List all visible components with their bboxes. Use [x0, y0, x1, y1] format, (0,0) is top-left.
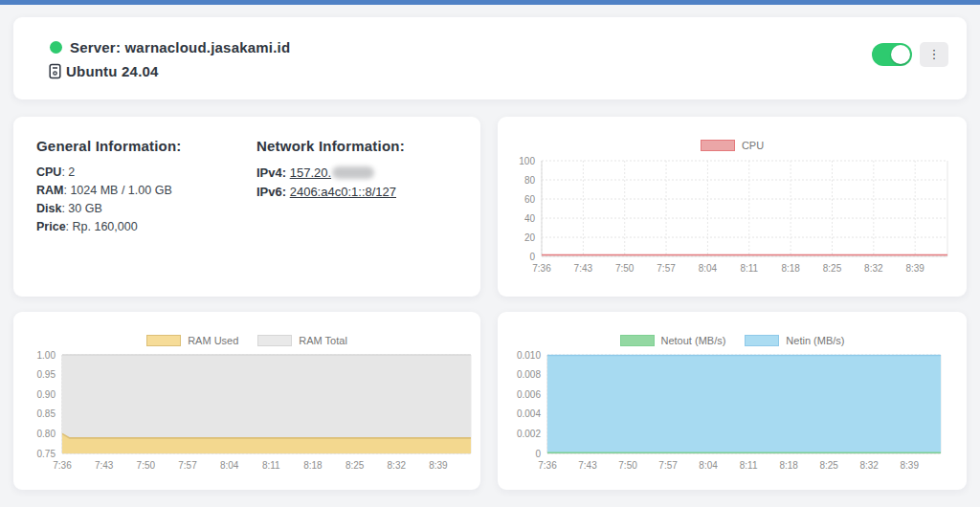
legend-label: RAM Used	[188, 335, 238, 346]
svg-text:8:04: 8:04	[699, 263, 718, 274]
svg-text:0.80: 0.80	[37, 429, 56, 439]
legend-swatch	[257, 335, 292, 346]
spec-ram: RAM: 1024 MB / 1.00 GB	[36, 182, 256, 200]
svg-text:7:57: 7:57	[658, 460, 678, 471]
svg-text:8:25: 8:25	[345, 460, 365, 471]
svg-text:8:04: 8:04	[220, 460, 239, 471]
server-info-card: General Information: CPU: 2 RAM: 1024 MB…	[13, 117, 480, 297]
legend-label: CPU	[742, 140, 764, 151]
legend-swatch	[745, 335, 779, 346]
svg-text:7:36: 7:36	[538, 460, 557, 471]
svg-text:7:50: 7:50	[615, 263, 635, 274]
svg-text:0.010: 0.010	[517, 350, 541, 361]
legend-label: Netout (MB/s)	[661, 335, 726, 346]
svg-text:7:43: 7:43	[578, 460, 597, 471]
legend-item[interactable]: Netin (MB/s)	[745, 335, 844, 346]
svg-text:1.00: 1.00	[37, 350, 56, 361]
toggle-knob	[891, 45, 910, 64]
svg-text:8:18: 8:18	[781, 263, 800, 274]
svg-text:0.006: 0.006	[517, 389, 541, 400]
legend-item[interactable]: Netout (MB/s)	[620, 335, 726, 346]
legend-swatch	[701, 140, 735, 151]
svg-text:8:25: 8:25	[819, 460, 838, 471]
cpu-chart-legend: CPU	[498, 138, 967, 153]
svg-text:8:11: 8:11	[262, 460, 280, 471]
kebab-vertical-icon: ⋮	[928, 47, 941, 61]
ram-usage-chart[interactable]: 0.750.800.850.900.951.007:367:437:507:57…	[13, 348, 480, 490]
svg-text:7:36: 7:36	[53, 460, 72, 471]
general-info-title: General Information:	[36, 138, 256, 154]
ipv6-link[interactable]: 2406:a4c0:1::8/127	[290, 185, 396, 199]
server-header-card: Server: warnacloud.jasakami.id Ubuntu 24…	[13, 17, 967, 99]
ipv4-redacted-blur	[332, 166, 374, 179]
svg-text:80: 80	[524, 175, 536, 186]
spec-disk: Disk: 30 GB	[36, 200, 256, 218]
svg-text:7:43: 7:43	[95, 460, 114, 471]
svg-text:8:39: 8:39	[900, 460, 919, 471]
legend-label: Netin (MB/s)	[786, 335, 844, 346]
svg-text:8:18: 8:18	[779, 460, 798, 471]
legend-item[interactable]: CPU	[701, 140, 764, 151]
svg-text:60: 60	[524, 194, 536, 205]
svg-text:0.004: 0.004	[517, 408, 541, 419]
svg-text:7:50: 7:50	[137, 460, 156, 471]
svg-text:40: 40	[524, 213, 536, 224]
os-server-icon	[48, 63, 62, 79]
ipv6-row: IPv6: 2406:a4c0:1::8/127	[256, 183, 457, 202]
svg-text:100: 100	[519, 156, 535, 166]
os-label: Ubuntu 24.04	[66, 63, 159, 79]
server-title: Server: warnacloud.jasakami.id	[70, 39, 290, 55]
svg-text:7:57: 7:57	[657, 263, 676, 274]
svg-text:8:04: 8:04	[699, 460, 718, 471]
svg-text:8:25: 8:25	[823, 263, 842, 274]
ram-chart-legend: RAM UsedRAM Total	[13, 333, 480, 348]
legend-swatch	[620, 335, 655, 346]
legend-swatch	[146, 335, 181, 346]
spec-cpu: CPU: 2	[36, 164, 256, 182]
svg-text:0.008: 0.008	[517, 369, 541, 380]
status-online-dot	[50, 41, 62, 54]
svg-text:0.95: 0.95	[37, 369, 56, 380]
svg-text:0.75: 0.75	[37, 449, 56, 459]
cpu-chart-card: CPU 0204060801007:367:437:507:578:048:11…	[498, 117, 967, 297]
svg-text:7:57: 7:57	[178, 460, 197, 471]
ram-chart-card: RAM UsedRAM Total 0.750.800.850.900.951.…	[13, 312, 480, 490]
svg-text:8:32: 8:32	[859, 460, 879, 471]
network-chart-card: Netout (MB/s)Netin (MB/s) 00.0020.0040.0…	[498, 312, 967, 490]
cpu-usage-chart[interactable]: 0204060801007:367:437:507:578:048:118:18…	[498, 153, 967, 295]
svg-text:7:50: 7:50	[618, 460, 637, 471]
svg-text:8:32: 8:32	[388, 460, 407, 471]
svg-text:8:32: 8:32	[864, 263, 883, 274]
legend-item[interactable]: RAM Used	[146, 335, 238, 346]
svg-text:0.90: 0.90	[37, 389, 56, 400]
svg-text:0.85: 0.85	[37, 408, 56, 419]
svg-text:7:43: 7:43	[574, 263, 593, 274]
svg-text:8:39: 8:39	[905, 263, 924, 274]
legend-label: RAM Total	[299, 335, 347, 346]
svg-text:8:18: 8:18	[303, 460, 323, 471]
svg-text:0.002: 0.002	[517, 429, 541, 439]
svg-text:8:11: 8:11	[740, 263, 758, 274]
legend-item[interactable]: RAM Total	[257, 335, 347, 346]
spec-price: Price: Rp. 160,000	[36, 218, 256, 236]
svg-text:7:36: 7:36	[532, 263, 551, 274]
browser-progress-bar	[0, 0, 980, 5]
server-menu-button[interactable]: ⋮	[920, 42, 948, 67]
network-traffic-chart[interactable]: 00.0020.0040.0060.0080.0107:367:437:507:…	[498, 348, 967, 490]
svg-text:0: 0	[529, 252, 535, 262]
ipv4-link[interactable]: 157.20.	[290, 165, 331, 180]
server-power-toggle[interactable]	[872, 43, 912, 66]
svg-text:8:39: 8:39	[429, 460, 448, 471]
network-info-title: Network Information:	[256, 138, 457, 154]
ipv4-row: IPv4: 157.20.	[256, 164, 457, 183]
svg-text:0: 0	[535, 449, 541, 459]
network-chart-legend: Netout (MB/s)Netin (MB/s)	[498, 333, 967, 348]
svg-text:8:11: 8:11	[740, 460, 758, 471]
svg-text:20: 20	[524, 232, 536, 243]
